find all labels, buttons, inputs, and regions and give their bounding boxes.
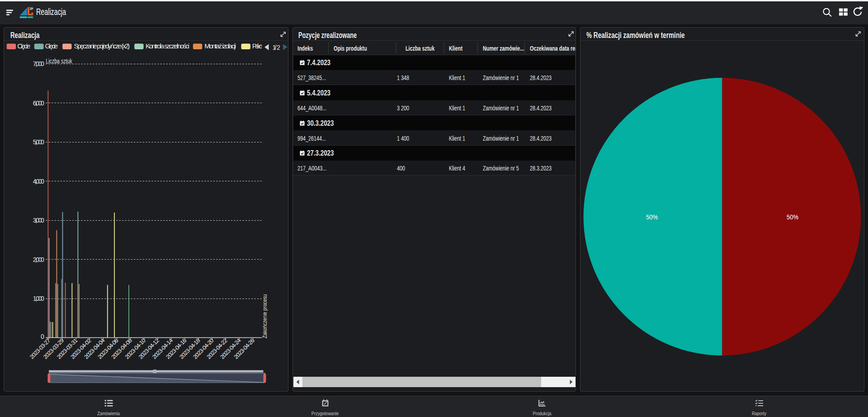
svg-text:2: 2 (277, 43, 280, 51)
svg-text:ZP: ZP (30, 7, 33, 10)
svg-text:Realizacja: Realizacja (36, 6, 66, 17)
svg-text:Pakowanie: Pakowanie (252, 42, 272, 50)
svg-text:Liczba sztuk: Liczba sztuk (46, 57, 73, 65)
svg-text:4,000: 4,000 (33, 178, 44, 185)
svg-text:7,000: 7,000 (33, 60, 44, 67)
svg-text:2,000: 2,000 (33, 256, 44, 263)
svg-text:Cięcie: Cięcie (17, 42, 30, 50)
svg-text:Gięcie: Gięcie (45, 42, 58, 50)
svg-text:50%: 50% (646, 213, 658, 221)
svg-text:Montaż izolacji: Montaż izolacji (204, 42, 236, 50)
svg-text:Spęczanie pojedyńcze (x2): Spęczanie pojedyńcze (x2) (74, 42, 130, 50)
svg-text:Kontrola szczelności: Kontrola szczelności (146, 42, 189, 50)
svg-text:50%: 50% (787, 213, 798, 221)
svg-text:6,000: 6,000 (33, 100, 44, 107)
svg-text:5,000: 5,000 (33, 138, 44, 146)
svg-text:0: 0 (41, 333, 44, 340)
svg-text:Zakończenie procesu: Zakończenie procesu (261, 294, 268, 339)
svg-text:1,000: 1,000 (33, 295, 44, 302)
svg-text:3,000: 3,000 (33, 217, 44, 224)
